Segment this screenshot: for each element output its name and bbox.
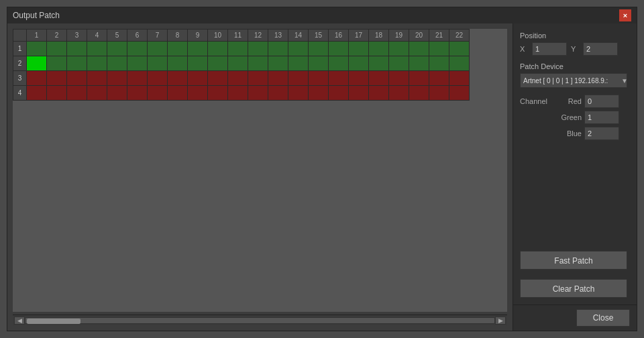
grid-cell[interactable] [268, 42, 288, 56]
grid-cell[interactable] [268, 86, 288, 101]
grid-cell[interactable] [148, 42, 168, 56]
grid-cell[interactable] [148, 86, 168, 101]
grid-cell[interactable] [409, 56, 429, 71]
grid-cell[interactable] [369, 56, 389, 71]
grid-cell[interactable] [107, 56, 127, 71]
grid-cell[interactable] [208, 56, 228, 71]
horizontal-scrollbar[interactable]: ◀ ▶ [13, 315, 507, 325]
grid-cell[interactable] [248, 56, 268, 71]
grid-cell[interactable] [288, 56, 309, 71]
grid-cell[interactable] [127, 42, 148, 56]
scroll-left-button[interactable]: ◀ [14, 317, 25, 325]
grid-cell[interactable] [329, 42, 349, 56]
grid-cell[interactable] [208, 42, 228, 56]
grid-cell[interactable] [228, 71, 248, 86]
grid-cell[interactable] [449, 42, 470, 56]
grid-cell[interactable] [47, 71, 67, 86]
grid-cell[interactable] [168, 86, 188, 101]
grid-cell[interactable] [369, 42, 389, 56]
grid-cell[interactable] [449, 86, 470, 101]
grid-cell[interactable] [168, 71, 188, 86]
grid-cell[interactable] [87, 86, 107, 101]
green-channel-input[interactable] [584, 111, 619, 124]
grid-cell[interactable] [429, 56, 449, 71]
grid-cell[interactable] [67, 56, 87, 71]
grid-cell[interactable] [67, 86, 87, 101]
grid-cell[interactable] [369, 71, 389, 86]
y-input[interactable] [583, 42, 618, 56]
grid-cell[interactable] [248, 71, 268, 86]
grid-cell[interactable] [208, 71, 228, 86]
grid-cell[interactable] [168, 56, 188, 71]
grid-container[interactable]: 1 2 3 4 5 6 7 8 9 10 11 12 13 [13, 29, 507, 312]
fast-patch-button[interactable]: Fast Patch [520, 251, 627, 270]
grid-cell[interactable] [47, 86, 67, 101]
grid-cell[interactable] [369, 86, 389, 101]
close-button[interactable]: Close [576, 309, 630, 327]
grid-cell[interactable] [268, 56, 288, 71]
x-input[interactable] [532, 42, 567, 56]
grid-cell[interactable] [228, 86, 248, 101]
window-close-button[interactable]: × [619, 9, 631, 21]
grid-cell[interactable] [429, 42, 449, 56]
grid-cell[interactable] [67, 71, 87, 86]
grid-cell[interactable] [87, 42, 107, 56]
grid-cell[interactable] [67, 42, 87, 56]
grid-cell[interactable] [168, 42, 188, 56]
grid-cell[interactable] [248, 42, 268, 56]
grid-cell[interactable] [148, 56, 168, 71]
grid-cell[interactable] [208, 86, 228, 101]
scrollbar-thumb[interactable] [27, 319, 80, 324]
grid-cell[interactable] [188, 71, 208, 86]
grid-cell[interactable] [87, 71, 107, 86]
grid-cell[interactable] [148, 71, 168, 86]
grid-cell[interactable] [309, 42, 329, 56]
grid-cell[interactable] [188, 86, 208, 101]
grid-cell-selected[interactable] [27, 56, 47, 71]
grid-cell[interactable] [107, 42, 127, 56]
grid-cell[interactable] [389, 86, 409, 101]
grid-cell[interactable] [27, 42, 47, 56]
grid-cell[interactable] [349, 86, 369, 101]
grid-cell[interactable] [288, 71, 309, 86]
grid-cell[interactable] [449, 56, 470, 71]
grid-cell[interactable] [288, 42, 309, 56]
clear-patch-button[interactable]: Clear Patch [520, 279, 627, 298]
grid-cell[interactable] [429, 71, 449, 86]
grid-cell[interactable] [47, 42, 67, 56]
grid-cell[interactable] [349, 42, 369, 56]
grid-cell[interactable] [409, 42, 429, 56]
grid-cell[interactable] [389, 56, 409, 71]
grid-cell[interactable] [188, 42, 208, 56]
grid-cell[interactable] [107, 86, 127, 101]
grid-cell[interactable] [127, 56, 148, 71]
scroll-right-button[interactable]: ▶ [495, 317, 506, 325]
grid-cell[interactable] [27, 71, 47, 86]
grid-cell[interactable] [27, 86, 47, 101]
grid-cell[interactable] [329, 56, 349, 71]
scrollbar-track[interactable] [25, 317, 495, 324]
grid-cell[interactable] [309, 71, 329, 86]
grid-cell[interactable] [87, 56, 107, 71]
blue-channel-input[interactable] [584, 127, 619, 140]
grid-cell[interactable] [228, 56, 248, 71]
grid-cell[interactable] [228, 42, 248, 56]
grid-cell[interactable] [389, 42, 409, 56]
red-channel-input[interactable] [584, 95, 619, 108]
grid-cell[interactable] [288, 86, 309, 101]
patch-device-select[interactable]: Artnet [ 0 | 0 | 1 ] 192.168.9.: [520, 73, 627, 88]
grid-cell[interactable] [309, 86, 329, 101]
grid-cell[interactable] [329, 86, 349, 101]
grid-cell[interactable] [429, 86, 449, 101]
grid-cell[interactable] [127, 86, 148, 101]
grid-cell[interactable] [349, 56, 369, 71]
grid-cell[interactable] [449, 71, 470, 86]
grid-cell[interactable] [107, 71, 127, 86]
grid-cell[interactable] [389, 71, 409, 86]
grid-cell[interactable] [47, 56, 67, 71]
grid-cell[interactable] [309, 56, 329, 71]
grid-cell[interactable] [409, 71, 429, 86]
grid-cell[interactable] [409, 86, 429, 101]
grid-cell[interactable] [127, 71, 148, 86]
grid-cell[interactable] [188, 56, 208, 71]
